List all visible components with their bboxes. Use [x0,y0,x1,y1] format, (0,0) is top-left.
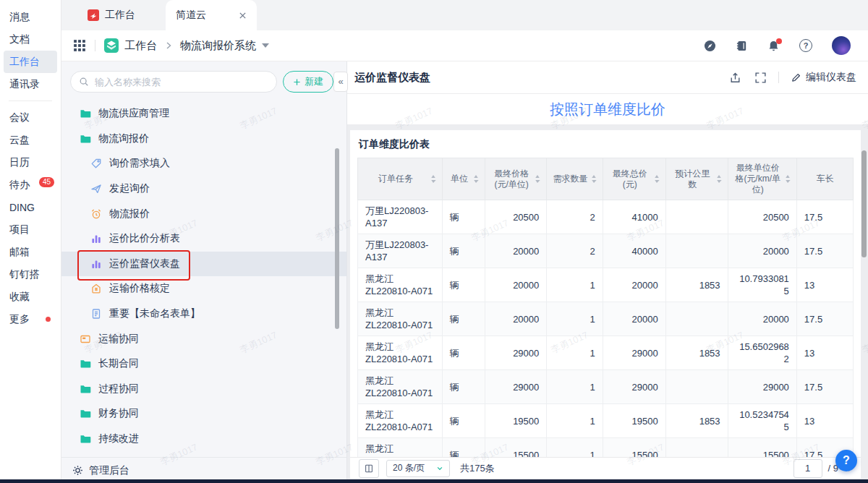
table-cell: 29000 [603,336,665,370]
dock-item[interactable]: 更多 [4,308,57,330]
dock-item[interactable]: 消息 [4,6,57,28]
dock-item-label: 钉钉搭 [9,268,40,281]
table-title: 订单维度比价表 [357,130,854,158]
comparison-table: 订单任务单位最终价格(元/单位)需求数量最终总价(元)预计公里数最终单位价格(元… [357,158,854,457]
breadcrumb-bar: 工作台 物流询报价系统 ? [61,30,868,61]
tree-item[interactable]: 过程协同 [61,377,346,402]
table-cell: 29000 [485,370,547,404]
tree-item[interactable]: 运价监督仪表盘 [61,252,346,277]
dock-item[interactable]: DING [4,196,57,218]
table-cell: 15500 [603,438,665,458]
sort-icon[interactable] [654,175,660,183]
search-icon [79,77,89,87]
table-cell: 辆 [442,370,485,404]
search-input[interactable] [93,76,268,88]
sort-icon[interactable] [785,175,791,183]
app-window: 消息文档工作台通讯录会议云盘日历待办45DING项目邮箱钉钉搭收藏更多 工作台 … [0,0,868,483]
tree-item[interactable]: 物流询报价 [61,127,346,152]
export-icon[interactable] [729,72,741,84]
table-cell: 13 [796,404,853,438]
table-cell [665,370,728,404]
tree-item[interactable]: 物流报价 [61,201,346,226]
tab-label: 工作台 [105,9,135,22]
sort-icon[interactable] [473,175,479,183]
tree-item-label: 运输价格核定 [109,282,170,295]
tree-item[interactable]: 持续改进 [61,427,346,452]
folder-icon [80,408,91,419]
apps-grid-icon[interactable] [73,39,86,52]
tree-item-label: 运输协同 [98,333,139,346]
create-new-button[interactable]: 新建 [283,71,333,93]
dock-item-label: 项目 [9,223,30,236]
dock-item[interactable]: 日历 [4,151,57,174]
bell-icon[interactable] [767,40,780,52]
page-number-input[interactable] [793,459,822,478]
send-icon [90,183,102,195]
table-cell: 20500 [728,200,796,234]
column-header: 预计公里数 [665,158,728,200]
table-row: 万里LJ220803-A137辆200002400002000017.5 [358,234,854,268]
tree-item[interactable]: 运价比价分析表 [61,226,346,252]
help-icon[interactable]: ? [799,39,812,52]
table-cell: 1853 [665,268,728,302]
dock-item[interactable]: 待办45 [4,174,57,196]
dock-item-label: 邮箱 [9,246,30,259]
dock-item[interactable]: 邮箱 [4,241,57,263]
help-fab-button[interactable]: ? [835,450,857,471]
avatar[interactable] [832,36,851,55]
dock-item[interactable]: 收藏 [4,286,57,308]
dock-item[interactable]: 工作台 [4,51,57,73]
pagination-bar: 20 条/页 共175条 / 9 [350,457,861,479]
table-cell: 黑龙江ZL220810-A071 [358,370,443,404]
alarm-icon [90,208,102,220]
column-header: 订单任务 [358,158,443,200]
table-cell: 万里LJ220803-A137 [358,200,443,234]
tree-item[interactable]: 财务协同 [61,401,346,427]
tree-item[interactable]: 重要【未命名表单】 [61,302,346,327]
table-cell: 1853 [665,336,728,370]
dock-item[interactable]: 钉钉搭 [4,263,57,286]
collapse-panel-button[interactable]: « [333,72,348,92]
sort-icon[interactable] [535,175,540,183]
table-cell: 41000 [603,200,665,234]
dock-item[interactable]: 项目 [4,218,57,241]
caret-down-icon[interactable] [262,43,269,48]
compass-icon[interactable] [704,40,716,52]
breadcrumb-workbench[interactable]: 工作台 [124,39,157,53]
book-icon[interactable] [736,40,748,52]
tree-item[interactable]: 长期合同 [61,351,346,377]
tree-item[interactable]: 询价需求填入 [61,151,346,176]
tab-jiandaoyun[interactable]: 简道云 [166,0,257,30]
page-size-select[interactable]: 20 条/页 [386,460,450,477]
dock-item[interactable]: 文档 [4,28,57,51]
fullscreen-icon[interactable] [754,72,767,84]
tree-item[interactable]: 运输价格核定 [61,276,346,302]
sort-icon[interactable] [430,175,436,183]
panel-scrollbar[interactable] [335,148,339,329]
sort-icon[interactable] [591,175,597,183]
table-columns-button[interactable] [359,459,379,478]
dock-item[interactable]: 通讯录 [4,73,57,95]
dashboard-actions: 编辑仪表盘 [716,71,856,84]
edit-dashboard-label: 编辑仪表盘 [806,71,856,84]
tree-item[interactable]: 发起询价 [61,176,346,202]
sort-icon[interactable] [716,175,722,183]
table-cell: 29000 [728,370,796,404]
vertical-scrollbar[interactable] [861,150,867,257]
close-icon[interactable] [239,12,247,20]
panel-toolbar: 新建 [61,61,346,100]
search-box[interactable] [70,71,277,93]
edit-dashboard-button[interactable]: 编辑仪表盘 [791,71,856,84]
column-header-label: 最终价格(元/单位) [491,168,532,190]
table-cell: 20000 [728,302,796,336]
table-cell: 20000 [485,234,547,268]
tree-item[interactable]: 物流供应商管理 [61,101,346,127]
dock-item[interactable]: 云盘 [4,129,57,151]
folder-icon [80,108,91,119]
breadcrumb-current-app[interactable]: 物流询报价系统 [180,39,256,53]
column-header-content: 单位 [448,174,479,184]
dock-item[interactable]: 会议 [4,106,57,129]
tree-item[interactable]: 运输协同 [61,326,346,351]
tab-workbench[interactable]: 工作台 [77,0,145,30]
table-row: 黑龙江ZL220810-A071辆19500119500185310.52347… [358,404,854,438]
